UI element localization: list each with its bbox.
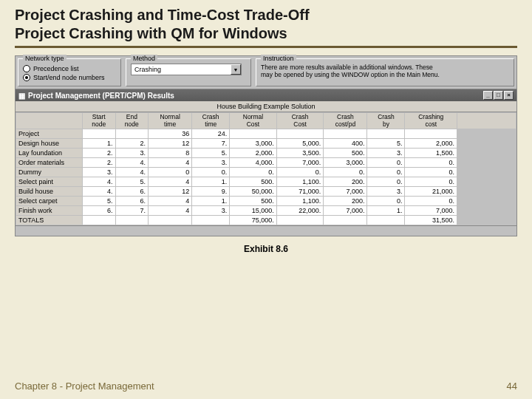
cell bbox=[324, 129, 367, 139]
cell: 6. bbox=[115, 187, 149, 197]
cell: 4 bbox=[149, 197, 192, 206]
cell: 3. bbox=[115, 149, 149, 158]
table-row: Order materials2.4.43.4,000.7,000.3,000.… bbox=[16, 158, 516, 168]
cell: 4. bbox=[115, 168, 149, 177]
cell: 4 bbox=[149, 158, 192, 168]
cell: 0. bbox=[230, 168, 277, 177]
cell bbox=[405, 129, 457, 139]
cell bbox=[149, 216, 192, 225]
cell: 22,000. bbox=[276, 206, 324, 216]
cell-gap bbox=[457, 168, 516, 177]
col-header bbox=[457, 113, 516, 129]
footer-page: 44 bbox=[507, 381, 517, 392]
col-header: Normaltime bbox=[149, 113, 192, 129]
cell-gap bbox=[457, 149, 516, 158]
method-value: Crashing bbox=[132, 66, 231, 73]
window-title: Project Management (PERT/CPM) Results bbox=[28, 92, 483, 100]
cell: 3. bbox=[192, 206, 230, 216]
table-row: Select carpet5.6.41.500.1,100.200.0.0. bbox=[16, 197, 516, 206]
title-divider bbox=[15, 46, 517, 48]
close-button[interactable]: × bbox=[504, 91, 514, 100]
table-row: TOTALS75,000.31,500. bbox=[16, 216, 516, 225]
cell: 4. bbox=[115, 158, 149, 168]
cell bbox=[276, 216, 324, 225]
cell: 5. bbox=[83, 197, 116, 206]
exhibit-caption: Exhibit 8.6 bbox=[15, 244, 517, 254]
maximize-button[interactable]: □ bbox=[494, 91, 503, 100]
radio-startend-label: Start/end node numbers bbox=[33, 74, 105, 81]
cell: 6. bbox=[115, 197, 149, 206]
table-row: Build house4.6.129.50,000.71,000.7,000.3… bbox=[16, 187, 516, 197]
cell: 12 bbox=[149, 139, 192, 149]
cell: 75,000. bbox=[230, 216, 277, 225]
cell bbox=[83, 216, 116, 225]
cell-gap bbox=[457, 197, 516, 206]
cell: 3. bbox=[367, 149, 405, 158]
cell: 9. bbox=[192, 187, 230, 197]
radio-precedence[interactable]: Precedence list bbox=[23, 65, 116, 72]
cell: 1. bbox=[192, 197, 230, 206]
col-header bbox=[16, 113, 83, 129]
footer-chapter: Chapter 8 - Project Management bbox=[15, 381, 154, 392]
cell bbox=[83, 129, 116, 139]
cell bbox=[115, 129, 149, 139]
cell: 1. bbox=[367, 206, 405, 216]
cell-gap bbox=[457, 158, 516, 168]
row-label: Build house bbox=[16, 187, 83, 197]
cell: 3. bbox=[192, 158, 230, 168]
cell: 200. bbox=[324, 197, 367, 206]
cell: 50,000. bbox=[230, 187, 277, 197]
cell bbox=[115, 216, 149, 225]
cell: 15,000. bbox=[230, 206, 277, 216]
table-row: Finish work6.7.43.15,000.22,000.7,000.1.… bbox=[16, 206, 516, 216]
method-legend: Method bbox=[131, 55, 157, 62]
cell: 500. bbox=[230, 197, 277, 206]
cell: 2. bbox=[115, 139, 149, 149]
minimize-button[interactable]: _ bbox=[483, 91, 493, 100]
cell: 7,000. bbox=[405, 206, 457, 216]
row-label: Select carpet bbox=[16, 197, 83, 206]
cell: 0. bbox=[405, 177, 457, 187]
title-line-1: Project Crashing and Time-Cost Trade-Off bbox=[15, 6, 517, 24]
cell: 5. bbox=[115, 177, 149, 187]
cell: 200. bbox=[324, 177, 367, 187]
row-label: Lay foundation bbox=[16, 149, 83, 158]
cell: 7. bbox=[115, 206, 149, 216]
table-row: Design house1.2.127.3,000.5,000.400.5.2,… bbox=[16, 139, 516, 149]
results-table: StartnodeEndnodeNormaltimeCrashtimeNorma… bbox=[16, 112, 516, 225]
cell-gap bbox=[457, 177, 516, 187]
cell: 7,000. bbox=[324, 187, 367, 197]
cell: 3,000. bbox=[324, 158, 367, 168]
row-label: TOTALS bbox=[16, 216, 83, 225]
cell bbox=[367, 129, 405, 139]
cell: 5,000. bbox=[276, 139, 324, 149]
cell-gap bbox=[457, 129, 516, 139]
method-group: Method Crashing ▼ bbox=[126, 58, 251, 86]
cell: 0. bbox=[405, 197, 457, 206]
row-label: Dummy bbox=[16, 168, 83, 177]
table-row: Lay foundation2.3.85.2,000.3,500.500.3.1… bbox=[16, 149, 516, 158]
cell-gap bbox=[457, 206, 516, 216]
chevron-down-icon: ▼ bbox=[231, 64, 241, 75]
cell: 3,000. bbox=[230, 139, 277, 149]
cell: 0. bbox=[192, 168, 230, 177]
statusbar bbox=[16, 225, 516, 236]
window-titlebar: ▦ Project Management (PERT/CPM) Results … bbox=[16, 89, 516, 101]
method-dropdown[interactable]: Crashing ▼ bbox=[131, 64, 242, 75]
cell: 71,000. bbox=[276, 187, 324, 197]
cell: 6. bbox=[83, 206, 116, 216]
cell: 7. bbox=[192, 139, 230, 149]
cell: 0. bbox=[405, 158, 457, 168]
row-label: Order materials bbox=[16, 158, 83, 168]
cell: 0. bbox=[405, 168, 457, 177]
qm-screenshot: Network type Precedence list Start/end n… bbox=[15, 55, 517, 236]
cell: 5. bbox=[367, 139, 405, 149]
cell: 2,000. bbox=[230, 149, 277, 158]
cell: 4. bbox=[83, 177, 116, 187]
cell bbox=[192, 216, 230, 225]
cell: 500. bbox=[230, 177, 277, 187]
row-label: Select paint bbox=[16, 177, 83, 187]
cell: 7,000. bbox=[324, 206, 367, 216]
title-line-2: Project Crashing with QM for Windows bbox=[15, 24, 517, 43]
radio-startend[interactable]: Start/end node numbers bbox=[23, 74, 116, 81]
